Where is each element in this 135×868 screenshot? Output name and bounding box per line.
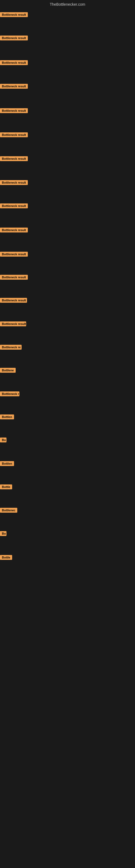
result-row: Bottleneck result [0,108,28,114]
bottleneck-badge[interactable]: Bottlen [0,414,14,420]
bottleneck-badge[interactable]: Bottleneck r [0,392,19,396]
bottleneck-badge[interactable]: Bottleneck result [0,35,28,40]
bottleneck-badge[interactable]: Bottle [0,555,12,560]
result-row: Bottlene [0,368,16,374]
result-row: Bottleneck r [0,392,19,397]
bottleneck-badge[interactable]: Bottleneck result [0,108,28,113]
result-row: Bottleneck re [0,345,21,351]
result-row: Bottleneck result [0,60,28,66]
bottleneck-badge[interactable]: Bottleneck result [0,204,28,208]
result-row: Bottleneck result [0,180,28,186]
bottleneck-badge[interactable]: Bottleneck result [0,275,28,280]
result-row: Bottlenec [0,508,17,514]
bottleneck-badge[interactable]: Bo [0,437,6,442]
bottleneck-badge[interactable]: Bottleneck result [0,156,28,161]
result-row: Bo [0,437,6,443]
bottleneck-badge[interactable]: Bottlen [0,461,14,466]
bottleneck-badge[interactable]: Bottleneck re [0,345,21,350]
result-row: Bottle [0,485,12,490]
result-row: Bottleneck result [0,298,27,304]
bottleneck-badge[interactable]: Bottleneck result [0,132,28,137]
bottleneck-badge[interactable]: Bottleneck result [0,12,28,17]
result-row: Bottleneck result [0,156,28,162]
bottleneck-badge[interactable]: Bottleneck result [0,60,28,65]
bottleneck-badge[interactable]: Bottlene [0,368,16,373]
result-row: Bottleneck result [0,35,28,41]
result-row: Bottleneck result [0,132,28,138]
bottleneck-badge[interactable]: Bottleneck result [0,227,28,232]
result-row: Bottleneck result [0,321,26,328]
bottleneck-badge[interactable]: Bottleneck result [0,298,27,303]
bottleneck-badge[interactable]: Bottleneck result [0,321,26,326]
bottleneck-badge[interactable]: Bo [0,531,6,536]
result-row: Bottleneck result [0,275,28,281]
result-row: Bottle [0,555,12,561]
bottleneck-badge[interactable]: Bottle [0,485,12,489]
result-row: Bo [0,531,6,537]
bottleneck-badge[interactable]: Bottleneck result [0,252,28,257]
result-row: Bottleneck result [0,227,28,234]
bottleneck-badge[interactable]: Bottleneck result [0,84,28,89]
site-title: TheBottlenecker.com [0,0,135,8]
result-row: Bottleneck result [0,12,28,18]
result-row: Bottlen [0,461,14,467]
result-row: Bottleneck result [0,252,28,258]
result-row: Bottleneck result [0,84,28,90]
result-row: Bottleneck result [0,204,28,209]
result-row: Bottlen [0,414,14,421]
bottleneck-badge[interactable]: Bottleneck result [0,180,28,185]
bottleneck-badge[interactable]: Bottlenec [0,508,17,513]
